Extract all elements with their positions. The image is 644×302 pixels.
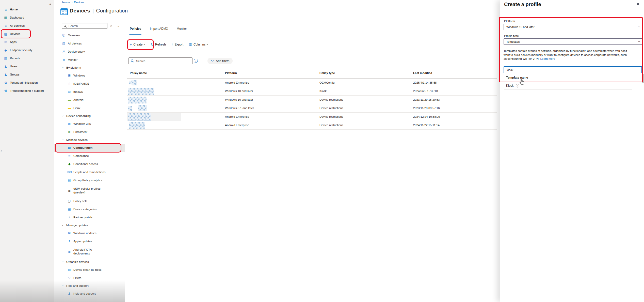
- sidebar-item-label: Device clean-up rules: [73, 268, 102, 271]
- sidebar-item-enrollment[interactable]: ⊕Enrollment: [54, 128, 125, 136]
- column-platform[interactable]: Platform: [225, 71, 237, 74]
- redacted-policy-name: [129, 122, 145, 129]
- nav-item-endpoint-security[interactable]: ◆Endpoint security: [0, 46, 54, 54]
- nav-item-users[interactable]: ♟Users: [0, 62, 54, 70]
- sidebar-item-label: Policy sets: [73, 200, 87, 203]
- nav-item-troubleshooting-support[interactable]: ⚒Troubleshooting + support: [0, 87, 54, 95]
- filter-icon: [211, 59, 214, 63]
- export-button[interactable]: ↓ Export: [171, 43, 183, 47]
- sidebar-group-device-onboarding[interactable]: ›Device onboarding: [54, 112, 125, 120]
- breadcrumb-devices-link[interactable]: Devices: [74, 1, 84, 4]
- nav-item-label: Users: [10, 65, 18, 68]
- column-last-modified[interactable]: Last modified: [413, 71, 432, 74]
- add-filters-button[interactable]: Add filters: [207, 58, 233, 64]
- profile-type-select[interactable]: Templates ›: [504, 38, 642, 45]
- sidebar-item-partner-portals[interactable]: ↗Partner portals: [54, 213, 125, 221]
- sidebar-group-by-platform[interactable]: ›By platform: [54, 64, 125, 71]
- sidebar-item-filters[interactable]: ▽Filters: [54, 274, 125, 282]
- nav-item-reports[interactable]: ▥Reports: [0, 54, 54, 62]
- learn-more-link[interactable]: Learn more: [540, 57, 555, 60]
- sidebar-item-configuration[interactable]: ▤Configuration: [54, 144, 125, 152]
- tab-import-admx[interactable]: Import ADMX: [150, 27, 168, 31]
- sidebar-item-group-policy-analytics[interactable]: ▤Group Policy analytics: [54, 176, 125, 184]
- nav-item-dashboard[interactable]: ▦Dashboard: [0, 13, 54, 22]
- sidebar-search: [62, 23, 107, 29]
- table-row[interactable]: Android EnterpriseDevice restrictions202…: [127, 121, 497, 130]
- sidebar-group-manage-devices[interactable]: ›Manage devices: [54, 136, 125, 144]
- cell-policy-type: Kiosk: [319, 89, 327, 93]
- template-search-input[interactable]: [506, 68, 639, 72]
- sidebar-collapse-icon[interactable]: «: [118, 24, 119, 28]
- sidebar-item-conditional-access[interactable]: ◆Conditional access: [54, 160, 125, 168]
- policy-search-input[interactable]: [136, 59, 190, 63]
- sidebar-item-compliance[interactable]: ≣Compliance: [54, 152, 125, 160]
- panel-expand-icon[interactable]: ‹: [1, 149, 2, 153]
- sidebar-item-label: Scripts and remediations: [73, 171, 106, 174]
- sidebar-item-label: Windows 365: [73, 122, 91, 125]
- sidebar-item-scripts-and-remediations[interactable]: ⌨Scripts and remediations: [54, 168, 125, 176]
- toolbar: + Create › ↻ Refresh ↓ Export ≣ Columns …: [130, 41, 208, 48]
- nav-item-groups[interactable]: ♟Groups: [0, 70, 54, 79]
- nav-item-tenant-administration[interactable]: ⚙Tenant administration: [0, 79, 54, 87]
- sidebar-item-android-fota-deployments[interactable]: ≣Android FOTA deployments: [54, 245, 125, 258]
- sidebar-item-linux[interactable]: ▬Linux: [54, 104, 125, 112]
- sidebar-item-windows[interactable]: ⊞Windows: [54, 71, 125, 80]
- table-row[interactable]: Windows 10 and laterKiosk2024/6/25 15:35…: [127, 87, 497, 96]
- sidebar-item-label: Configuration: [73, 146, 92, 149]
- table-row[interactable]: Android EnterpriseOEMConfig2025/4/1 14:3…: [127, 79, 497, 87]
- sidebar-item-overview[interactable]: ⓘOverview: [54, 31, 125, 39]
- compliance-icon: ≣: [67, 154, 71, 157]
- sidebar-item-help-and-support[interactable]: ♟Help and support: [54, 290, 125, 298]
- create-button[interactable]: + Create ›: [130, 43, 145, 46]
- column-policy-type[interactable]: Policy type: [319, 71, 335, 74]
- sidebar-group-organize-devices[interactable]: ›Organize devices: [54, 258, 125, 266]
- nav-item-home[interactable]: ⌂Home: [0, 5, 54, 13]
- template-name-header[interactable]: Template name: [506, 76, 528, 79]
- sidebar-item-windows-updates[interactable]: ⊞Windows updates: [54, 229, 125, 237]
- sidebar-item-esim-cellular-profiles-preview[interactable]: ≣eSIM cellular profiles (preview): [54, 184, 125, 197]
- columns-button[interactable]: ≣ Columns ›: [189, 43, 208, 46]
- sidebar-item-all-devices[interactable]: ▤All devices: [54, 39, 125, 48]
- more-menu-icon[interactable]: ⋯: [139, 9, 143, 13]
- search-icon: [63, 24, 67, 28]
- sidebar-group-manage-updates[interactable]: ›Manage updates: [54, 221, 125, 229]
- tab-policies[interactable]: Policies: [130, 27, 141, 31]
- sidebar-item-device-categories[interactable]: ▦Device categories: [54, 205, 125, 213]
- close-icon[interactable]: ✕: [636, 2, 640, 7]
- table-row[interactable]: Android EnterpriseDevice restrictions202…: [127, 113, 497, 121]
- macos-icon: ▭: [67, 90, 71, 93]
- sidebar-item-apple-updates[interactable]: ↥Apple updates: [54, 237, 125, 245]
- sidebar-search-input[interactable]: [68, 24, 106, 28]
- sidebar-group-help-and-support[interactable]: ›Help and support: [54, 282, 125, 290]
- refresh-icon: ↻: [151, 43, 154, 46]
- sidebar-search-clear-icon[interactable]: ✕: [110, 24, 112, 28]
- sidebar-item-ios-ipados[interactable]: ▯iOS/iPadOS: [54, 80, 125, 88]
- table-row[interactable]: Windows 8.1 and laterDevice restrictions…: [127, 104, 497, 113]
- refresh-button[interactable]: ↻ Refresh: [151, 43, 166, 46]
- column-policy-name[interactable]: Policy name: [130, 71, 147, 74]
- sidebar-item-monitor[interactable]: ≣Monitor: [54, 56, 125, 64]
- sidebar-item-policy-sets[interactable]: ▢Policy sets: [54, 197, 125, 205]
- left-nav: « ⌂Home▦Dashboard≡All services▤Devices⊞A…: [0, 0, 54, 302]
- partner-portals-icon: ↗: [67, 216, 71, 219]
- sidebar-item-macos[interactable]: ▭macOS: [54, 88, 125, 96]
- sidebar-item-windows-365[interactable]: ⊞Windows 365: [54, 120, 125, 128]
- breadcrumb-home-link[interactable]: Home: [62, 1, 70, 4]
- cell-last-modified: 2024/12/24 10:58:05: [413, 115, 440, 118]
- panel-scrollbar[interactable]: [642, 74, 644, 83]
- nav-item-apps[interactable]: ⊞Apps: [0, 38, 54, 46]
- table-row[interactable]: Windows 10 and laterDevice restrictions2…: [127, 96, 497, 104]
- sidebar-item-android[interactable]: ▬Android: [54, 96, 125, 104]
- sidebar-item-label: Monitor: [68, 58, 77, 61]
- templates-description: Templates contain groups of settings, or…: [504, 49, 628, 61]
- intune-admin-center: « ⌂Home▦Dashboard≡All services▤Devices⊞A…: [0, 0, 644, 302]
- chevron-down-icon: ›: [637, 41, 641, 42]
- sidebar-item-device-query[interactable]: ⚲Device query: [54, 48, 125, 56]
- nav-item-all-services[interactable]: ≡All services: [0, 22, 54, 30]
- template-result-kiosk[interactable]: Kiosk i: [506, 84, 519, 87]
- platform-select[interactable]: Windows 10 and later ›: [504, 24, 642, 30]
- info-icon[interactable]: i: [194, 59, 198, 63]
- tab-monitor[interactable]: Monitor: [177, 27, 187, 31]
- nav-item-devices[interactable]: ▤Devices: [0, 30, 54, 38]
- sidebar-item-device-clean-up-rules[interactable]: ▤Device clean-up rules: [54, 266, 125, 274]
